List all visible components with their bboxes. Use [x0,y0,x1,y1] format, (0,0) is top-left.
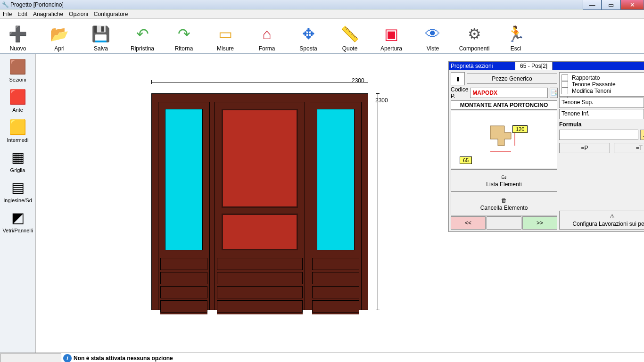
dim-b: 65 [460,156,472,164]
toolbar-ripristina[interactable]: ↶Ripristina [128,24,157,52]
tenone-inf-label: Tenone Inf. [559,109,644,119]
cancella-elemento-button[interactable]: 🗑 Cancella Elemento [451,193,557,215]
app-icon: 🔧 [2,1,8,8]
menu-anagrafiche[interactable]: Anagrafiche [33,11,63,17]
maximize-button[interactable]: ▭ [602,0,620,10]
left-tool-griglia[interactable]: ▦Griglia [1,145,34,175]
codice-browse-button[interactable]: 📑 [550,88,558,98]
properties-title-bar: Proprietà sezioni 65 - Pos[2] X [449,62,644,70]
close-button[interactable]: ✕ [620,0,644,10]
formula-label: Formula [559,120,644,129]
rapportato-checkbox[interactable]: Rapportato [561,74,644,81]
ripristina-icon: ↶ [132,24,153,44]
menu-bar: File Edit Anagrafiche Opzioni Configurat… [0,9,644,19]
prev-button[interactable]: << [451,216,486,230]
griglia-icon: ▦ [8,148,28,166]
left-tool-ante[interactable]: 🟥Ante [1,85,34,115]
status-slot [0,354,61,362]
eq-p-button[interactable]: =P [559,143,610,153]
toolbar-forma[interactable]: ⌂Forma [253,24,281,52]
toolbar-esci[interactable]: 🏃Esci [502,24,530,52]
viste-icon: 👁 [422,24,443,44]
nuovo-icon: ➕ [8,24,28,44]
modifica-tenoni-checkbox[interactable]: Modifica Tenoni [561,88,644,94]
section-header: MONTANTE ANTA PORTONCINO [451,100,557,110]
left-tool-panel: 🟫Sezioni🟥Ante🟨Intermedi▦Griglia▤Inglesin… [0,54,36,353]
left-tool-inglesine/sd[interactable]: ▤Inglesine/Sd [1,175,34,206]
dim-a: 120 [512,125,528,133]
sezioni-icon: 🟫 [8,57,28,76]
toolbar-apri[interactable]: 📂Apri [45,24,74,52]
toolbar-nuovo[interactable]: ➕Nuovo [4,24,32,52]
codice-label: Codice P. [451,86,468,99]
sposta-icon: ✥ [298,24,319,44]
door-drawing [151,93,368,310]
toolbar-sposta[interactable]: ✥Sposta [294,24,322,52]
drawing-canvas[interactable]: 2300 2300 [36,54,644,353]
formula-input[interactable] [559,130,638,140]
lista-elementi-button[interactable]: 🗂 Lista Elementi [451,169,557,192]
toolbar-salva[interactable]: 💾Salva [87,24,115,52]
intermedi-icon: 🟨 [8,117,28,136]
salva-icon: 💾 [91,24,111,44]
status-bar: i Non è stata attivata nessuna opzione [0,353,644,362]
menu-edit[interactable]: Edit [17,11,27,17]
toolbar-viste[interactable]: 👁Viste [419,24,447,52]
toolbar-misure[interactable]: ▭Misure [211,24,239,52]
menu-opzioni[interactable]: Opzioni [69,11,88,17]
configura-lavorazioni-button[interactable]: ⚠ Configura Lavorazioni sui pezzi [559,211,644,230]
menu-file[interactable]: File [3,11,12,17]
left-tool-sezioni[interactable]: 🟫Sezioni [1,55,34,85]
minimize-button[interactable]: — [583,0,602,10]
properties-title: Proprietà sezioni [451,63,493,69]
dim-width-label: 2300 [352,77,364,84]
misure-icon: ▭ [215,24,236,44]
toolbar-ritorna[interactable]: ↷Ritorna [170,24,198,52]
list-icon: 🗂 [501,173,507,180]
codice-input[interactable] [470,88,548,98]
menu-configuratore[interactable]: Configuratore [94,11,128,17]
window-title-bar: 🔧 Progetto [Portoncino] — ▭ ✕ [0,0,644,9]
status-message: Non è stata attivata nessuna opzione [74,355,173,362]
esci-icon: 🏃 [505,24,526,44]
toolbar-componenti[interactable]: ⚙Componenti [460,24,488,52]
eq-t-button[interactable]: =T [614,143,644,153]
tenone-passante-checkbox[interactable]: Tenone Passante [561,81,644,88]
properties-tab[interactable]: 65 - Pos[2] [515,62,553,70]
warning-icon: ⚠ [610,213,615,220]
quote-icon: 📏 [339,24,360,44]
main-toolbar: ➕Nuovo📂Apri💾Salva↶Ripristina↷Ritorna▭Mis… [0,19,644,54]
inglesine/sd-icon: ▤ [8,178,28,197]
apertura-icon: ▣ [381,24,402,44]
next-button[interactable]: >> [522,216,557,230]
toolbar-apertura[interactable]: ▣Apertura [377,24,405,52]
left-tool-vetri/pannelli[interactable]: ◩Vetri/Pannelli [1,206,34,236]
formula-browse-button[interactable]: … [640,130,644,140]
window-title: Progetto [Portoncino] [10,1,64,8]
componenti-icon: ⚙ [464,24,485,44]
apri-icon: 📂 [49,24,70,44]
vetri/pannelli-icon: ◩ [8,208,28,227]
nav-spacer [487,216,521,230]
properties-panel: Proprietà sezioni 65 - Pos[2] X ▮ Pezzo … [448,61,644,232]
toolbar-quote[interactable]: 📏Quote [336,24,364,52]
info-icon: i [63,354,72,362]
trash-icon: 🗑 [501,197,507,204]
forma-icon: ⌂ [256,24,277,44]
ante-icon: 🟥 [8,87,28,106]
profile-preview: 120 65 [451,111,557,168]
profile-icon: ▮ [451,72,465,85]
ritorna-icon: ↷ [173,24,194,44]
dim-height-label: 2300 [375,97,388,104]
tenone-sup-label: Tenone Sup. [559,98,644,108]
pezzo-generico-button[interactable]: Pezzo Generico [467,74,557,84]
left-tool-intermedi[interactable]: 🟨Intermedi [1,115,34,145]
